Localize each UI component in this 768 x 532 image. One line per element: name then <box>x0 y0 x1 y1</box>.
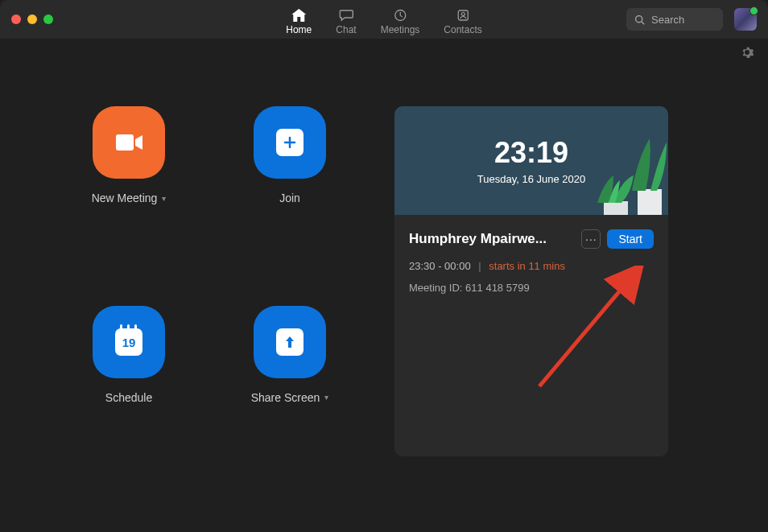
meeting-id-row: Meeting ID: 611 418 5799 <box>409 282 654 294</box>
close-window-button[interactable] <box>11 14 21 24</box>
svg-line-4 <box>642 21 644 23</box>
meeting-id-label: Meeting ID: <box>409 282 462 294</box>
meeting-starts-in: starts in 11 mins <box>489 260 565 272</box>
upcoming-meeting: Humphrey Mpairwe... ··· Start 23:30 - 00… <box>394 215 668 308</box>
upcoming-panel: 23:19 Tuesday, 16 June 2020 Humphrey Mpa… <box>394 106 668 456</box>
plus-icon <box>276 129 303 156</box>
clock-date: Tuesday, 16 June 2020 <box>477 173 585 185</box>
tab-home-label: Home <box>286 24 312 35</box>
calendar-icon: 19 <box>115 328 142 356</box>
new-meeting-label-row[interactable]: New Meeting ▾ <box>92 192 167 204</box>
svg-rect-7 <box>604 201 628 215</box>
minimize-window-button[interactable] <box>27 14 37 24</box>
video-icon <box>113 131 145 154</box>
meeting-title: Humphrey Mpairwe... <box>409 231 575 247</box>
home-icon <box>291 8 307 23</box>
arrow-up-icon <box>276 328 303 356</box>
clock-time: 23:19 <box>494 136 568 170</box>
clock-icon <box>392 8 408 23</box>
main-content: New Meeting ▾ Join 19 <box>0 66 768 456</box>
join-button[interactable] <box>254 106 326 179</box>
svg-rect-6 <box>638 189 662 215</box>
share-screen-label-row[interactable]: Share Screen ▾ <box>251 391 329 404</box>
meeting-time-range: 23:30 - 00:00 <box>409 260 471 272</box>
meeting-time-row: 23:30 - 00:00 | starts in 11 mins <box>409 260 654 272</box>
settings-button[interactable] <box>741 46 754 59</box>
separator: | <box>478 260 481 272</box>
new-meeting-button[interactable] <box>93 106 165 179</box>
chat-icon <box>338 8 354 23</box>
titlebar: Home Chat Meetings Contacts Search <box>0 0 768 39</box>
tile-new-meeting: New Meeting ▾ <box>92 106 167 258</box>
search-placeholder: Search <box>651 14 684 26</box>
tab-meetings[interactable]: Meetings <box>381 3 420 35</box>
join-label: Join <box>279 192 300 204</box>
schedule-button[interactable]: 19 <box>93 306 165 378</box>
chevron-down-icon: ▾ <box>324 393 328 402</box>
meeting-id-value: 611 418 5799 <box>465 282 530 294</box>
maximize-window-button[interactable] <box>43 14 53 24</box>
svg-point-3 <box>636 15 642 22</box>
new-meeting-label: New Meeting <box>92 192 158 204</box>
action-tiles: New Meeting ▾ Join 19 <box>0 106 386 456</box>
tab-meetings-label: Meetings <box>381 24 420 35</box>
subtoolbar <box>0 39 768 66</box>
tile-share-screen: Share Screen ▾ <box>251 306 329 457</box>
share-screen-label: Share Screen <box>251 391 320 404</box>
calendar-day: 19 <box>122 336 136 349</box>
search-icon <box>634 14 645 25</box>
gear-icon <box>741 46 754 59</box>
tile-schedule: 19 Schedule <box>93 306 165 457</box>
clock-hero: 23:19 Tuesday, 16 June 2020 <box>394 106 668 215</box>
contacts-icon <box>455 8 471 23</box>
share-screen-button[interactable] <box>254 306 326 378</box>
tab-chat-label: Chat <box>336 24 356 35</box>
meeting-more-button[interactable]: ··· <box>581 229 601 249</box>
avatar[interactable] <box>734 8 757 31</box>
tab-chat[interactable]: Chat <box>336 3 356 35</box>
nav-tabs: Home Chat Meetings Contacts <box>286 3 481 35</box>
tab-contacts[interactable]: Contacts <box>444 3 481 35</box>
svg-point-2 <box>461 13 465 16</box>
svg-rect-5 <box>116 134 134 151</box>
window-controls <box>11 14 53 24</box>
start-button[interactable]: Start <box>607 229 654 249</box>
tab-home[interactable]: Home <box>286 3 312 35</box>
search-input[interactable]: Search <box>626 8 723 31</box>
tile-join: Join <box>254 106 326 258</box>
schedule-label: Schedule <box>105 391 152 404</box>
plant-decoration <box>589 171 638 215</box>
tab-contacts-label: Contacts <box>444 24 481 35</box>
chevron-down-icon: ▾ <box>162 194 166 203</box>
